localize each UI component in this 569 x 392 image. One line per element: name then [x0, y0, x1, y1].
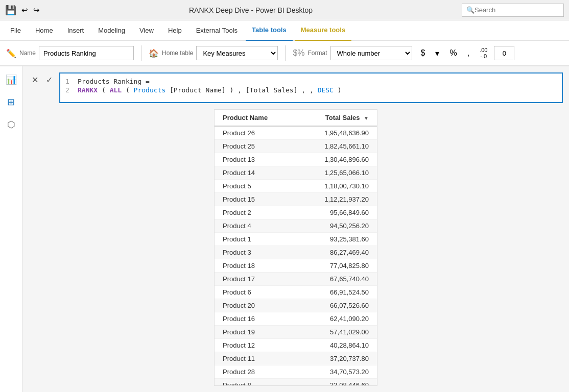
- divider-2: [285, 45, 286, 61]
- format-group: $% Format Whole number: [293, 46, 412, 60]
- undo-icon[interactable]: ↩: [21, 6, 28, 15]
- cell-total-sales: 94,50,256.20: [296, 219, 377, 233]
- confirm-formula-button[interactable]: ✓: [43, 74, 55, 86]
- cell-total-sales: 95,66,849.60: [296, 206, 377, 219]
- menu-bar: File Home Insert Modeling View Help Exte…: [0, 20, 569, 41]
- percent-button[interactable]: %: [446, 46, 460, 60]
- cell-total-sales: 66,91,524.50: [296, 286, 377, 299]
- cell-product-name: Product 5: [215, 180, 296, 193]
- comma-button[interactable]: ,: [464, 46, 473, 60]
- menu-table-tools[interactable]: Table tools: [246, 20, 293, 41]
- table-row: Product 12 40,28,864.10: [215, 339, 377, 352]
- name-icon: ✏️: [6, 48, 16, 58]
- percent-icon: %: [449, 48, 457, 58]
- cell-product-name: Product 28: [215, 365, 296, 379]
- table-ref: Products: [134, 86, 166, 94]
- cell-product-name: Product 13: [215, 153, 296, 166]
- redo-icon[interactable]: ↪: [33, 6, 40, 15]
- rankx-fn: RANKX: [78, 86, 98, 94]
- cell-product-name: Product 2: [215, 206, 296, 219]
- cell-product-name: Product 6: [215, 286, 296, 299]
- decimal-places-input[interactable]: [494, 46, 514, 60]
- cell-product-name: Product 19: [215, 326, 296, 339]
- sidebar-icon-bar-chart[interactable]: 📊: [2, 70, 20, 89]
- cell-total-sales: 57,41,029.00: [296, 326, 377, 339]
- cell-product-name: Product 3: [215, 246, 296, 259]
- home-table-group: 🏠 Home table Key Measures: [149, 46, 278, 60]
- save-icon[interactable]: 💾: [5, 5, 16, 16]
- menu-measure-tools[interactable]: Measure tools: [295, 20, 351, 41]
- menu-modeling[interactable]: Modeling: [92, 20, 131, 41]
- data-table-container: Product Name Total Sales ▼ Product 26 1,…: [214, 109, 377, 386]
- name-input[interactable]: [39, 46, 134, 60]
- cell-product-name: Product 1: [215, 233, 296, 246]
- table-row: Product 19 57,41,029.00: [215, 326, 377, 339]
- cell-total-sales: 93,25,381.60: [296, 233, 377, 246]
- sidebar: 📊 ⊞ ⬡: [0, 66, 22, 392]
- formula-bar: ✕ ✓ 1 Products Ranking = 2 RANKX ( ALL: [29, 72, 563, 103]
- cell-total-sales: 37,20,737.80: [296, 352, 377, 365]
- all-fn: ALL: [110, 86, 122, 94]
- cell-product-name: Product 12: [215, 339, 296, 352]
- dollar-button[interactable]: $: [417, 46, 429, 60]
- table-row: Product 4 94,50,256.20: [215, 219, 377, 233]
- table-row: Product 13 1,30,46,896.60: [215, 153, 377, 166]
- app-title: RANKX Deep Dive - Power BI Desktop: [189, 6, 313, 14]
- table-row: Product 11 37,20,737.80: [215, 352, 377, 365]
- cell-total-sales: 62,41,090.20: [296, 312, 377, 326]
- formula-buttons: ✕ ✓: [29, 74, 55, 86]
- cell-total-sales: 86,27,469.40: [296, 246, 377, 259]
- cell-product-name: Product 14: [215, 166, 296, 180]
- formula-box[interactable]: 1 Products Ranking = 2 RANKX ( ALL ( Pro…: [59, 72, 563, 103]
- divider-1: [141, 45, 141, 61]
- formula-line-2: 2 RANKX ( ALL ( Products [Product Name] …: [65, 86, 557, 94]
- table-row: Product 16 62,41,090.20: [215, 312, 377, 326]
- table-row: Product 26 1,95,48,636.90: [215, 126, 377, 140]
- menu-file[interactable]: File: [4, 20, 27, 41]
- cell-product-name: Product 25: [215, 140, 296, 153]
- table-row: Product 14 1,25,65,066.10: [215, 166, 377, 180]
- home-icon: 🏠: [149, 48, 159, 58]
- line-number-2: 2: [65, 86, 74, 94]
- cell-total-sales: 77,04,825.80: [296, 259, 377, 273]
- line-number-1: 1: [65, 78, 74, 85]
- cell-total-sales: 1,18,00,730.10: [296, 180, 377, 193]
- sidebar-icon-model[interactable]: ⬡: [2, 115, 20, 134]
- menu-external-tools[interactable]: External Tools: [190, 20, 244, 41]
- cell-product-name: Product 18: [215, 259, 296, 273]
- sidebar-icon-table[interactable]: ⊞: [2, 93, 20, 111]
- dropdown-currency[interactable]: ▾: [432, 46, 443, 61]
- decimal-icon: .00-.0: [480, 47, 487, 59]
- table-row: Product 8 33,08,446.60: [215, 379, 377, 386]
- content-area: ✕ ✓ 1 Products Ranking = 2 RANKX ( ALL: [22, 66, 569, 392]
- table-row: Product 2 95,66,849.60: [215, 206, 377, 219]
- table-row: Product 15 1,12,21,937.20: [215, 193, 377, 206]
- decimal-button[interactable]: .00-.0: [476, 44, 491, 62]
- format-select[interactable]: Whole number: [330, 46, 412, 60]
- menu-help[interactable]: Help: [162, 20, 188, 41]
- title-bar: 💾 ↩ ↪ RANKX Deep Dive - Power BI Desktop…: [0, 0, 569, 20]
- cell-product-name: Product 20: [215, 299, 296, 312]
- home-table-select[interactable]: Key Measures: [196, 46, 278, 60]
- cell-product-name: Product 8: [215, 379, 296, 386]
- cell-total-sales: 1,30,46,896.60: [296, 153, 377, 166]
- search-input[interactable]: [475, 6, 556, 14]
- name-label: Name: [19, 50, 36, 57]
- formula-line-1: 1 Products Ranking =: [65, 78, 557, 85]
- table-body: Product 26 1,95,48,636.90 Product 25 1,8…: [215, 126, 377, 386]
- table-row: Product 17 67,65,740.40: [215, 273, 377, 286]
- menu-view[interactable]: View: [133, 20, 160, 41]
- search-box[interactable]: 🔍: [462, 4, 564, 17]
- sort-arrow-icon[interactable]: ▼: [364, 115, 369, 121]
- table-row: Product 6 66,91,524.50: [215, 286, 377, 299]
- table-row: Product 25 1,82,45,661.10: [215, 140, 377, 153]
- menu-insert[interactable]: Insert: [61, 20, 90, 41]
- sort-order: DESC: [318, 86, 334, 94]
- menu-home[interactable]: Home: [29, 20, 59, 41]
- cell-total-sales: 33,08,446.60: [296, 379, 377, 386]
- cell-product-name: Product 16: [215, 312, 296, 326]
- formula-text-2: RANKX ( ALL ( Products [Product Name] ) …: [78, 86, 342, 94]
- cell-total-sales: 1,25,65,066.10: [296, 166, 377, 180]
- cancel-formula-button[interactable]: ✕: [29, 74, 41, 86]
- cell-total-sales: 34,70,573.20: [296, 365, 377, 379]
